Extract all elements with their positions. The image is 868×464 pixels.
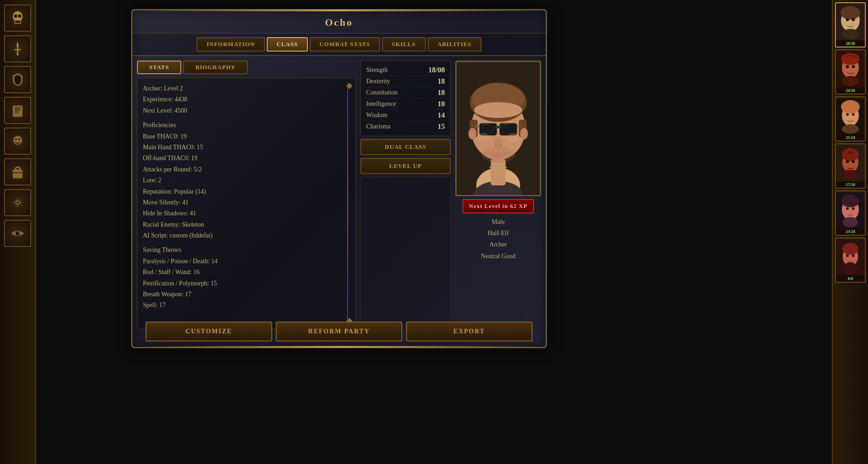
tab-combat-stats[interactable]: COMBAT STATS xyxy=(310,37,380,52)
tab-information[interactable]: INFORMATION xyxy=(197,37,265,52)
svg-rect-18 xyxy=(13,170,23,179)
char-race: Half-Elf xyxy=(481,227,516,239)
sidebar-btn-sword[interactable] xyxy=(4,35,31,62)
party-portrait-6 xyxy=(836,238,865,277)
svg-rect-4 xyxy=(15,20,17,23)
sub-tab-bar: STATS BIOGRAPHY xyxy=(137,61,356,74)
stat-main-hand-thac0: Main Hand THAC0: 15 xyxy=(143,142,350,152)
sub-tab-biography[interactable]: BIOGRAPHY xyxy=(183,61,248,74)
svg-point-17 xyxy=(19,139,20,141)
character-info: Male Half-Elf Archer Neutral Good xyxy=(481,216,516,262)
svg-point-51 xyxy=(846,18,849,21)
strength-value: 18/08 xyxy=(429,66,445,74)
bag-icon xyxy=(9,164,26,180)
svg-point-80 xyxy=(842,243,859,255)
ability-wisdom: Wisdom 14 xyxy=(366,110,445,121)
main-panel: Ocho INFORMATION CLASS COMBAT STATS SKIL… xyxy=(131,9,547,348)
tab-abilities[interactable]: ABILITIES xyxy=(428,37,481,52)
face-icon xyxy=(9,133,26,149)
stat-saving-throws-label: Saving Throws xyxy=(143,245,350,255)
stat-hide-in-shadows: Hide In Shadows: 41 xyxy=(143,208,350,218)
tab-bar: INFORMATION CLASS COMBAT STATS SKILLS AB… xyxy=(132,33,546,56)
svg-point-70 xyxy=(852,160,855,163)
sidebar-btn-shield[interactable] xyxy=(4,66,31,93)
ability-constitution: Constitution 18 xyxy=(366,87,445,99)
sidebar-btn-scroll[interactable] xyxy=(4,97,31,124)
svg-point-58 xyxy=(852,65,855,68)
stat-reputation: Reputation: Popular (14) xyxy=(143,187,350,197)
tab-class[interactable]: CLASS xyxy=(267,37,308,52)
svg-rect-10 xyxy=(17,53,19,55)
bottom-action-bar: CUSTOMIZE REFORM PARTY EXPORT xyxy=(137,322,541,341)
intelligence-label: Intelligence xyxy=(366,100,396,108)
svg-marker-9 xyxy=(16,43,19,47)
party-sidebar: 28/28 24/26 xyxy=(832,0,868,464)
constitution-value: 18 xyxy=(438,89,445,97)
svg-point-50 xyxy=(840,6,860,19)
party-portrait-3 xyxy=(836,97,865,136)
party-portrait-5 xyxy=(836,191,865,230)
char-class: Archer xyxy=(481,239,516,250)
party-hp-5: 23/24 xyxy=(836,228,865,235)
svg-point-59 xyxy=(842,76,859,86)
gear-icon xyxy=(9,194,26,211)
ability-charisma: Charisma 15 xyxy=(366,121,445,132)
party-slot-1[interactable]: 28/28 xyxy=(835,2,866,47)
party-slot-3[interactable]: 21/24 xyxy=(835,96,866,142)
svg-point-65 xyxy=(842,124,859,134)
reform-party-button[interactable]: REFORM PARTY xyxy=(276,322,402,341)
party-hp-1: 28/28 xyxy=(836,40,865,47)
svg-point-56 xyxy=(841,53,859,65)
stat-spell: Spell: 17 xyxy=(143,300,350,310)
ability-dexterity: Dexterity 18 xyxy=(366,76,445,87)
character-portrait xyxy=(455,61,541,196)
constitution-label: Constitution xyxy=(366,89,397,96)
stat-lore: Lore: 2 xyxy=(143,175,350,185)
sidebar-btn-gear[interactable] xyxy=(4,189,31,216)
stat-racial-enemy: Racial Enemy: Skeleton xyxy=(143,220,350,230)
party-portrait-4 xyxy=(836,144,865,183)
sub-tab-stats[interactable]: STATS xyxy=(137,61,181,74)
export-button[interactable]: EXPORT xyxy=(406,322,533,341)
level-up-button[interactable]: LEVEL UP xyxy=(360,158,451,174)
stat-off-hand-thac0: Off-hand THAC0: 19 xyxy=(143,153,350,163)
stat-attacks-per-round: Attacks per Round: 5/2 xyxy=(143,165,350,175)
content-area: STATS BIOGRAPHY Archer: Level 2 Experien… xyxy=(132,56,546,334)
customize-button[interactable]: CUSTOMIZE xyxy=(146,322,272,341)
svg-point-69 xyxy=(846,160,849,163)
party-slot-4[interactable]: 17/24 xyxy=(835,143,866,189)
shield-icon xyxy=(9,71,26,88)
skull-icon xyxy=(9,10,26,26)
sidebar-btn-skull[interactable] xyxy=(4,5,31,32)
ability-intelligence: Intelligence 10 xyxy=(366,99,445,110)
sidebar-btn-bag[interactable] xyxy=(4,158,31,185)
stat-next-level: Next Level: 4500 xyxy=(143,106,350,116)
sidebar-btn-face[interactable] xyxy=(4,128,31,155)
sidebar-btn-eye[interactable] xyxy=(4,220,31,247)
party-slot-5[interactable]: 23/24 xyxy=(835,190,866,236)
svg-point-64 xyxy=(852,113,855,116)
svg-point-44 xyxy=(481,147,515,163)
svg-point-76 xyxy=(852,207,855,210)
svg-point-23 xyxy=(18,232,19,233)
svg-point-3 xyxy=(18,14,21,18)
stat-class-level: Archer: Level 2 xyxy=(143,84,350,94)
party-hp-4: 17/24 xyxy=(836,181,865,188)
dual-class-button[interactable]: DUAL CLASS xyxy=(360,139,451,155)
party-slot-6[interactable]: 8/8 xyxy=(835,237,866,283)
char-alignment: Neutral Good xyxy=(481,251,516,262)
next-level-badge: Next Level in 62 XP xyxy=(462,199,533,213)
intelligence-value: 10 xyxy=(438,100,445,108)
stat-breath-weapon: Breath Weapon: 17 xyxy=(143,289,350,299)
sword-icon xyxy=(9,41,26,57)
tab-skills[interactable]: SKILLS xyxy=(382,37,426,52)
svg-point-45 xyxy=(496,170,500,175)
svg-point-22 xyxy=(16,232,20,236)
party-slot-2[interactable]: 24/26 xyxy=(835,49,866,95)
svg-point-75 xyxy=(846,207,849,210)
party-portrait-2 xyxy=(836,50,865,89)
svg-point-68 xyxy=(842,148,859,161)
dexterity-label: Dexterity xyxy=(366,78,390,85)
stats-scroll-area[interactable]: Archer: Level 2 Experience: 4438 Next Le… xyxy=(137,78,356,329)
party-hp-3: 21/24 xyxy=(836,134,865,141)
